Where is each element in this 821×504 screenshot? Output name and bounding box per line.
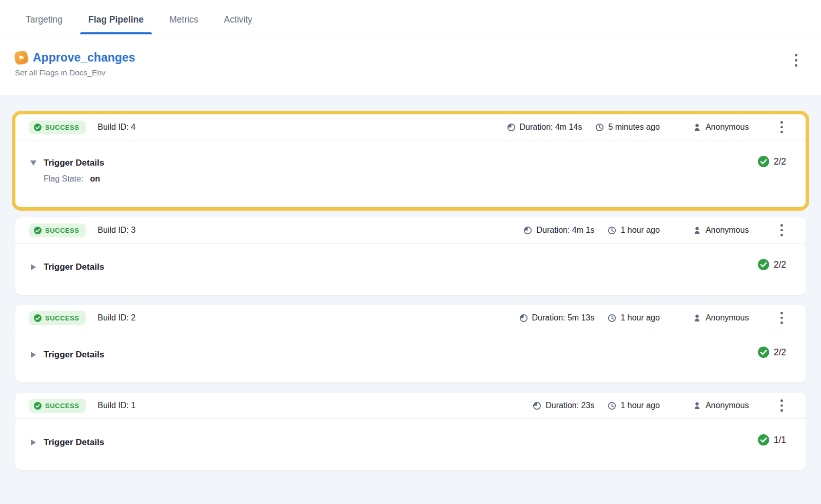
build-meta: Duration: 23s 1 hour ago Anonymous	[533, 396, 786, 415]
build-kebab-menu-icon[interactable]	[777, 396, 786, 415]
build-card-body: Trigger Details 2/2	[15, 331, 806, 382]
build-card-header: SUCCESS Build ID: 3 Duration: 4m 1s 1 ho…	[15, 217, 806, 244]
user-icon	[693, 401, 701, 410]
stages-count-badge: 2/2	[758, 156, 786, 167]
tab-metrics[interactable]: Metrics	[168, 13, 199, 34]
clock-icon	[608, 226, 616, 235]
build-card-body: Trigger Details Flag State: on 2/2	[15, 140, 806, 207]
success-check-icon	[34, 227, 42, 234]
tab-flag-pipeline[interactable]: Flag Pipeline	[87, 13, 145, 34]
page-header: ⚑ Approve_changes Set all Flags in Docs_…	[0, 34, 821, 95]
duration-meta: Duration: 5m 13s	[519, 313, 595, 322]
stages-check-icon	[758, 156, 769, 167]
trigger-details-toggle[interactable]: Trigger Details	[29, 244, 104, 272]
flag-state-label: Flag State:	[44, 174, 83, 184]
clock-icon	[608, 314, 616, 322]
chevron-right-icon	[29, 264, 37, 270]
build-id-label: Build ID: 3	[97, 226, 135, 235]
build-id-label: Build ID: 1	[97, 401, 135, 410]
build-card: SUCCESS Build ID: 1 Duration: 23s 1 hour…	[15, 393, 806, 470]
build-card: SUCCESS Build ID: 3 Duration: 4m 1s 1 ho…	[15, 217, 806, 295]
status-badge: SUCCESS	[29, 224, 86, 237]
highlight-ring: SUCCESS Build ID: 4 Duration: 4m 14s 5 m…	[12, 111, 809, 211]
stages-count-badge: 2/2	[758, 259, 786, 270]
build-kebab-menu-icon[interactable]	[777, 309, 786, 327]
success-check-icon	[34, 124, 42, 131]
trigger-details-toggle[interactable]: Trigger Details	[29, 140, 104, 168]
stages-check-icon	[758, 347, 769, 358]
build-card-body: Trigger Details 1/1	[15, 419, 806, 470]
duration-icon	[523, 226, 532, 235]
chevron-right-icon	[29, 352, 37, 358]
time-ago-meta: 1 hour ago	[608, 401, 660, 410]
build-meta: Duration: 4m 1s 1 hour ago Anonymous	[523, 221, 786, 239]
page-subtitle: Set all Flags in Docs_Env	[15, 68, 135, 77]
clock-icon	[608, 401, 616, 410]
build-card: SUCCESS Build ID: 2 Duration: 5m 13s 1 h…	[15, 305, 806, 382]
build-list: SUCCESS Build ID: 4 Duration: 4m 14s 5 m…	[0, 95, 821, 504]
success-check-icon	[34, 402, 42, 410]
chevron-down-icon	[29, 160, 37, 166]
build-card: SUCCESS Build ID: 4 Duration: 4m 14s 5 m…	[15, 114, 806, 207]
header-kebab-menu-icon[interactable]	[792, 51, 800, 70]
user-icon	[693, 226, 701, 235]
stages-count-badge: 2/2	[758, 347, 786, 358]
title-block: ⚑ Approve_changes Set all Flags in Docs_…	[15, 51, 135, 77]
tab-activity[interactable]: Activity	[223, 13, 253, 34]
build-meta: Duration: 5m 13s 1 hour ago Anonymous	[519, 309, 786, 327]
status-badge: SUCCESS	[29, 399, 86, 413]
flag-pipeline-page: Targeting Flag Pipeline Metrics Activity…	[0, 0, 821, 504]
duration-meta: Duration: 23s	[533, 401, 594, 410]
build-id-label: Build ID: 4	[97, 123, 135, 132]
build-kebab-menu-icon[interactable]	[777, 118, 786, 136]
stages-count-badge: 1/1	[758, 434, 786, 446]
clock-icon	[595, 123, 604, 132]
duration-meta: Duration: 4m 14s	[507, 123, 582, 132]
stages-check-icon	[758, 259, 769, 270]
build-meta: Duration: 4m 14s 5 minutes ago Anonymous	[507, 118, 786, 136]
duration-meta: Duration: 4m 1s	[523, 226, 594, 235]
trigger-details-toggle[interactable]: Trigger Details	[29, 419, 104, 448]
build-card-header: SUCCESS Build ID: 2 Duration: 5m 13s 1 h…	[15, 305, 806, 331]
status-badge: SUCCESS	[29, 311, 86, 325]
build-id-label: Build ID: 2	[97, 313, 135, 322]
success-check-icon	[34, 314, 42, 322]
flag-state-value: on	[90, 174, 100, 184]
duration-icon	[519, 314, 528, 322]
feature-flag-icon: ⚑	[14, 50, 29, 65]
time-ago-meta: 1 hour ago	[608, 313, 660, 322]
duration-icon	[507, 123, 516, 132]
build-kebab-menu-icon[interactable]	[777, 221, 786, 239]
build-card-header: SUCCESS Build ID: 1 Duration: 23s 1 hour…	[15, 393, 806, 419]
time-ago-meta: 5 minutes ago	[595, 123, 660, 132]
build-card-body: Trigger Details 2/2	[15, 244, 806, 295]
time-ago-meta: 1 hour ago	[608, 226, 660, 235]
duration-icon	[533, 401, 541, 410]
user-meta: Anonymous	[693, 123, 749, 132]
user-icon	[693, 314, 701, 322]
page-title[interactable]: Approve_changes	[33, 51, 135, 65]
trigger-details-toggle[interactable]: Trigger Details	[29, 331, 104, 360]
tab-targeting[interactable]: Targeting	[25, 13, 64, 34]
status-badge: SUCCESS	[29, 120, 86, 134]
user-meta: Anonymous	[693, 226, 749, 235]
tab-bar: Targeting Flag Pipeline Metrics Activity	[0, 0, 821, 34]
user-meta: Anonymous	[693, 313, 749, 322]
build-card-header: SUCCESS Build ID: 4 Duration: 4m 14s 5 m…	[15, 114, 806, 140]
user-meta: Anonymous	[693, 401, 749, 410]
user-icon	[693, 123, 701, 132]
chevron-right-icon	[29, 439, 37, 446]
stages-check-icon	[758, 434, 769, 446]
flag-state-row: Flag State: on	[44, 174, 786, 184]
